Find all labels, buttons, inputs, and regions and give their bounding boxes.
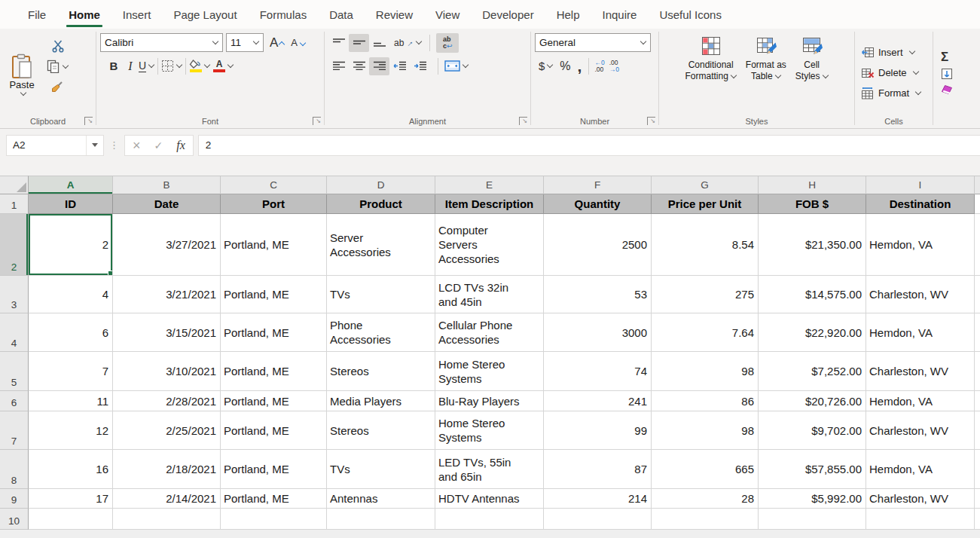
merge-center-button[interactable] xyxy=(444,60,469,72)
decrease-indent-button[interactable] xyxy=(389,57,410,75)
cell-E3[interactable]: LCD TVs 32in and 45in xyxy=(435,276,544,313)
alignment-dialog-launcher[interactable]: ↘ xyxy=(519,117,527,125)
cell-A2[interactable]: 2 xyxy=(29,214,113,276)
bold-button[interactable]: B xyxy=(105,60,122,72)
cell-D7[interactable]: Stereos xyxy=(327,411,435,450)
cell-D4[interactable]: Phone Accessories xyxy=(327,313,435,352)
cell-I6[interactable]: Hemdon, VA xyxy=(866,391,975,411)
cell-C5[interactable]: Portland, ME xyxy=(221,352,327,391)
cell-A7[interactable]: 12 xyxy=(29,411,113,450)
row-header-7[interactable]: 7 xyxy=(0,411,29,450)
cell-G2[interactable]: 8.54 xyxy=(652,214,759,276)
cut-button[interactable] xyxy=(47,38,69,53)
column-header-D[interactable]: D xyxy=(327,176,435,194)
cell-G7[interactable]: 98 xyxy=(652,411,759,450)
column-header-I[interactable]: I xyxy=(866,176,975,194)
cell-A6[interactable]: 11 xyxy=(29,391,113,411)
clear-button[interactable] xyxy=(941,84,980,95)
cell-D5[interactable]: Stereos xyxy=(327,352,435,391)
format-painter-button[interactable] xyxy=(47,79,69,94)
tab-file[interactable]: File xyxy=(17,0,57,29)
cell-B3[interactable]: 3/21/2021 xyxy=(113,276,221,313)
increase-indent-button[interactable] xyxy=(410,57,430,75)
increase-font-size-button[interactable]: A xyxy=(270,35,285,50)
cell-I10[interactable] xyxy=(866,509,975,530)
cell-B9[interactable]: 2/14/2021 xyxy=(113,489,221,509)
cell-F8[interactable]: 87 xyxy=(544,450,652,489)
cell-G10[interactable] xyxy=(652,509,759,530)
row-header-3[interactable]: 3 xyxy=(0,276,29,313)
cell-I5[interactable]: Charleston, WV xyxy=(866,352,975,391)
italic-button[interactable]: I xyxy=(122,60,139,73)
cell-A5[interactable]: 7 xyxy=(29,352,113,391)
cell-I3[interactable]: Charleston, WV xyxy=(866,276,975,313)
cell-B7[interactable]: 2/25/2021 xyxy=(113,411,221,450)
number-dialog-launcher[interactable]: ↘ xyxy=(647,117,655,125)
cell-C6[interactable]: Portland, ME xyxy=(221,391,327,411)
cell-A8[interactable]: 16 xyxy=(29,450,113,489)
cell-D3[interactable]: TVs xyxy=(327,276,435,313)
tab-data[interactable]: Data xyxy=(318,0,365,29)
percent-style-button[interactable]: % xyxy=(560,60,570,73)
wrap-text-button[interactable]: abc↩ xyxy=(436,33,459,53)
cell-E9[interactable]: HDTV Antennas xyxy=(435,489,544,509)
cell-D2[interactable]: Server Accessories xyxy=(327,214,435,276)
cell-A10[interactable] xyxy=(29,509,113,530)
comma-style-button[interactable]: , xyxy=(578,63,582,70)
align-right-button[interactable] xyxy=(369,57,389,75)
row-header-10[interactable]: 10 xyxy=(0,509,29,530)
cell-E5[interactable]: Home Stereo Systems xyxy=(435,352,544,391)
cell-D6[interactable]: Media Players xyxy=(327,391,435,411)
tab-page-layout[interactable]: Page Layout xyxy=(162,0,248,29)
cell-H6[interactable]: $20,726.00 xyxy=(759,391,866,411)
cell-C9[interactable]: Portland, ME xyxy=(221,489,327,509)
cell-F5[interactable]: 74 xyxy=(544,352,652,391)
cell-I7[interactable]: Charleston, WV xyxy=(866,411,975,450)
name-box[interactable]: A2 xyxy=(6,135,104,156)
cell-E1[interactable]: Item Description xyxy=(435,194,544,214)
cell-G5[interactable]: 98 xyxy=(652,352,759,391)
cell-H8[interactable]: $57,855.00 xyxy=(759,450,866,489)
cell-D9[interactable]: Antennas xyxy=(327,489,435,509)
cell-H4[interactable]: $22,920.00 xyxy=(759,313,866,352)
cell-F3[interactable]: 53 xyxy=(544,276,652,313)
cell-I1[interactable]: Destination xyxy=(866,194,975,214)
fill-handle[interactable] xyxy=(108,271,113,276)
cell-F9[interactable]: 214 xyxy=(544,489,652,509)
cancel-icon[interactable]: × xyxy=(133,139,141,152)
cell-F6[interactable]: 241 xyxy=(544,391,652,411)
cell-C7[interactable]: Portland, ME xyxy=(221,411,327,450)
cell-B8[interactable]: 2/18/2021 xyxy=(113,450,221,489)
cell-F10[interactable] xyxy=(544,509,652,530)
cell-H2[interactable]: $21,350.00 xyxy=(759,214,866,276)
cell-G6[interactable]: 86 xyxy=(652,391,759,411)
tab-home[interactable]: Home xyxy=(57,0,111,29)
tab-insert[interactable]: Insert xyxy=(111,0,163,29)
cell-styles-button[interactable]: Cell Styles xyxy=(791,31,833,115)
formula-input[interactable]: 2 xyxy=(198,135,980,156)
row-header-9[interactable]: 9 xyxy=(0,489,29,509)
column-header-G[interactable]: G xyxy=(652,176,759,194)
tab-developer[interactable]: Developer xyxy=(471,0,545,29)
tab-useful-icons[interactable]: Useful Icons xyxy=(648,0,733,29)
select-all-corner[interactable] xyxy=(0,176,29,194)
cell-C10[interactable] xyxy=(221,509,327,530)
cell-E4[interactable]: Cellular Phone Accessories xyxy=(435,313,544,352)
tab-help[interactable]: Help xyxy=(545,0,591,29)
conditional-formatting-button[interactable]: Conditional Formatting xyxy=(680,31,740,115)
accounting-format-button[interactable]: $ xyxy=(539,60,553,72)
row-header-4[interactable]: 4 xyxy=(0,313,29,352)
row-header-5[interactable]: 5 xyxy=(0,352,29,391)
number-format-combo[interactable]: General xyxy=(535,33,651,52)
cell-C4[interactable]: Portland, ME xyxy=(221,313,327,352)
cell-F2[interactable]: 2500 xyxy=(544,214,652,276)
cell-A9[interactable]: 17 xyxy=(29,489,113,509)
cell-H10[interactable] xyxy=(759,509,866,530)
middle-align-button[interactable] xyxy=(349,34,369,52)
bottom-align-button[interactable] xyxy=(369,34,389,52)
cell-D8[interactable]: TVs xyxy=(327,450,435,489)
cell-H7[interactable]: $9,702.00 xyxy=(759,411,866,450)
format-cells-button[interactable]: Format xyxy=(861,84,933,102)
cell-I8[interactable]: Hemdon, VA xyxy=(866,450,975,489)
cell-E2[interactable]: Computer Servers Accessories xyxy=(435,214,544,276)
